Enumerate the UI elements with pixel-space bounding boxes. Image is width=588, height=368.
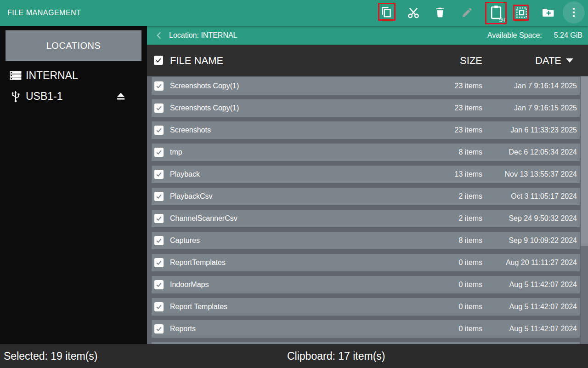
check-icon — [155, 171, 163, 178]
file-name: ReportTemplates — [170, 259, 226, 267]
internal-storage-icon — [6, 69, 26, 82]
eject-button[interactable] — [114, 90, 128, 103]
more-options-button[interactable] — [563, 1, 585, 23]
file-size: 23 items — [455, 104, 482, 112]
file-management-window: FILE MANAGEMENT — [0, 0, 588, 368]
file-size: 2 items — [458, 192, 482, 201]
file-date: Aug 20 11:11:27 2024 — [506, 259, 577, 267]
check-icon — [155, 193, 163, 200]
file-browser-panel: Location: INTERNAL Available Space: 5.24… — [147, 26, 588, 344]
table-row[interactable]: ReportTemplates 0 items Aug 20 11:11:27 … — [152, 254, 580, 271]
check-icon — [155, 57, 162, 64]
delete-button[interactable] — [429, 1, 451, 23]
check-icon — [155, 259, 163, 266]
row-checkbox[interactable] — [154, 126, 164, 135]
available-space: Available Space: 5.24 GiB — [487, 31, 582, 40]
scrollbar-track[interactable] — [581, 76, 588, 344]
row-checkbox[interactable] — [154, 104, 164, 113]
table-row[interactable]: Screenshots Copy(1) 23 items Jan 7 9:16:… — [152, 99, 580, 117]
status-bar: Selected: 19 item(s) Clipboard: 17 item(… — [0, 344, 588, 368]
file-date: Jan 7 9:16:14 2025 — [514, 82, 577, 90]
check-icon — [155, 82, 163, 90]
column-header-file-name[interactable]: FILE NAME — [170, 55, 223, 67]
check-icon — [155, 303, 163, 310]
file-date: Sep 9 10:09:22 2024 — [509, 236, 577, 245]
row-checkbox[interactable] — [154, 170, 164, 179]
table-row[interactable]: Captures 8 items Sep 9 10:09:22 2024 — [152, 232, 580, 249]
select-all-checkbox[interactable] — [154, 56, 163, 65]
row-checkbox[interactable] — [154, 258, 164, 267]
file-date: Aug 5 11:42:07 2024 — [509, 325, 577, 333]
back-button[interactable] — [153, 30, 164, 41]
table-row[interactable]: Screenshots 23 items Jan 6 11:33:23 2025 — [152, 121, 580, 139]
cut-button[interactable] — [402, 1, 424, 23]
file-size: 2 items — [458, 214, 482, 223]
file-date: Sep 24 9:50:32 2024 — [509, 214, 577, 223]
file-name: Playback — [170, 170, 200, 178]
new-folder-button[interactable] — [537, 1, 559, 23]
file-name: Captures — [170, 236, 200, 245]
column-header-size[interactable]: SIZE — [460, 55, 482, 67]
row-checkbox[interactable] — [154, 324, 164, 334]
row-checkbox[interactable] — [154, 302, 164, 311]
select-all-button[interactable] — [510, 1, 532, 23]
chevron-left-icon — [155, 31, 163, 40]
row-checkbox[interactable] — [154, 214, 164, 223]
app-bar: FILE MANAGEMENT — [0, 0, 588, 26]
check-icon — [155, 149, 163, 156]
file-name: Screenshots Copy(1) — [170, 104, 239, 112]
sidebar-item-internal[interactable]: INTERNAL — [6, 67, 141, 84]
file-size: 0 items — [458, 303, 482, 311]
table-row[interactable]: Report Templates 0 items Aug 5 11:42:07 … — [152, 298, 580, 316]
file-size: 0 items — [458, 281, 482, 289]
row-checkbox[interactable] — [154, 280, 164, 289]
edit-button[interactable] — [456, 1, 478, 23]
column-header-date[interactable]: DATE — [535, 55, 573, 67]
file-date: Aug 5 11:42:07 2024 — [509, 303, 577, 311]
paste-button[interactable]: 9+ — [485, 1, 507, 23]
available-space-value: 5.24 GiB — [554, 31, 582, 40]
cut-icon — [407, 6, 420, 19]
file-size: 0 items — [458, 325, 482, 333]
table-row[interactable]: PlaybackCsv 2 items Oct 3 11:05:17 2024 — [152, 188, 580, 205]
row-checkbox[interactable] — [154, 81, 164, 91]
file-name: Screenshots — [170, 126, 211, 134]
paste-count-badge: 9+ — [499, 16, 507, 23]
file-date: Aug 5 11:42:07 2024 — [509, 281, 577, 289]
location-label: Location: INTERNAL — [169, 31, 237, 40]
edit-pencil-icon — [461, 6, 473, 18]
sidebar-item-label: USB1-1 — [26, 90, 63, 103]
file-name: Screenshots Copy(1) — [170, 82, 239, 90]
table-row[interactable]: ChannelScannerCsv 2 items Sep 24 9:50:32… — [152, 210, 580, 227]
check-icon — [155, 281, 163, 288]
file-size: 8 items — [458, 148, 482, 156]
file-name: ChannelScannerCsv — [170, 214, 237, 223]
check-icon — [155, 215, 163, 222]
file-name: IndoorMaps — [170, 281, 209, 289]
table-row[interactable]: tmp 8 items Dec 6 12:05:34 2024 — [152, 144, 580, 161]
check-icon — [155, 126, 163, 134]
table-row[interactable]: Reports 0 items Aug 5 11:42:07 2024 — [152, 320, 580, 338]
table-row[interactable]: IndoorMaps 0 items Aug 5 11:42:07 2024 — [152, 276, 580, 293]
scrollbar-thumb[interactable] — [581, 76, 588, 246]
clipboard-count: Clipboard: 17 item(s) — [287, 350, 385, 362]
file-size: 13 items — [455, 170, 482, 178]
sidebar-item-usb1-1[interactable]: USB1-1 — [6, 87, 141, 105]
sidebar-item-label: INTERNAL — [26, 69, 78, 82]
row-checkbox[interactable] — [154, 236, 164, 245]
row-checkbox[interactable] — [154, 192, 164, 201]
table-row[interactable]: Screenshots Copy(1) 23 items Jan 7 9:16:… — [152, 77, 580, 95]
trash-icon — [434, 6, 446, 18]
table-header: FILE NAME SIZE DATE — [147, 45, 588, 76]
more-options-icon — [563, 1, 585, 23]
file-name: Reports — [170, 325, 196, 333]
new-folder-icon — [541, 6, 555, 19]
available-space-label: Available Space: — [487, 31, 542, 40]
copy-icon — [380, 6, 393, 19]
row-checkbox[interactable] — [154, 148, 164, 157]
file-size: 0 items — [458, 259, 482, 267]
copy-button[interactable] — [376, 1, 398, 23]
file-date: Nov 13 13:55:37 2024 — [505, 170, 577, 178]
file-date: Dec 6 12:05:34 2024 — [509, 148, 577, 156]
table-row[interactable]: Playback 13 items Nov 13 13:55:37 2024 — [152, 166, 580, 183]
